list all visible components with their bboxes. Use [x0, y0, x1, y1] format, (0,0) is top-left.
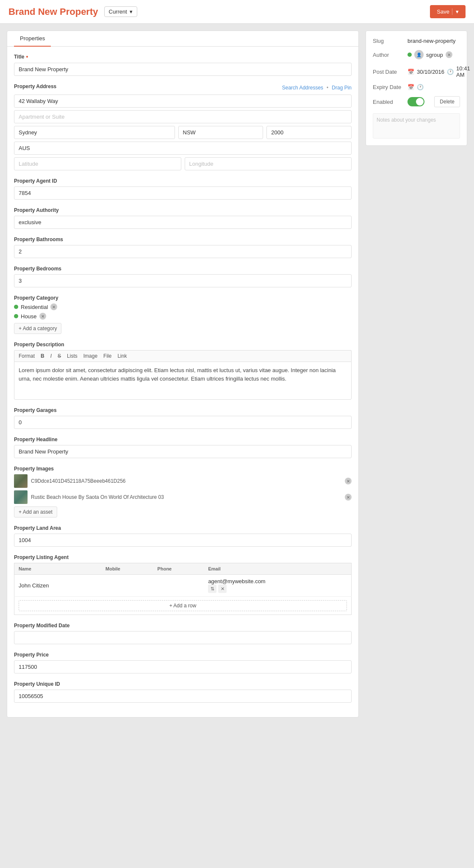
modified-date-field-group: Property Modified Date: [14, 623, 352, 644]
latitude-input[interactable]: [14, 157, 181, 170]
longitude-input[interactable]: [185, 157, 352, 170]
save-button[interactable]: Save ▾: [430, 5, 466, 18]
post-date-label: Post Date: [373, 69, 403, 75]
agent-id-input[interactable]: [14, 186, 352, 200]
asset-thumb-image: [14, 474, 28, 488]
asset-row: Rustic Beach House By Saota On World Of …: [14, 490, 352, 504]
address-state-input[interactable]: [178, 126, 263, 139]
bathrooms-label: Property Bathrooms: [14, 236, 352, 242]
agent-mobile-cell: [101, 575, 153, 597]
bedrooms-input[interactable]: [14, 274, 352, 287]
agent-email: agent@mywebsite.com: [208, 578, 265, 584]
listing-table-footer: + Add a row: [14, 597, 352, 615]
description-field-group: Property Description Format B I S Lists …: [14, 342, 352, 400]
post-date-text: 30/10/2016: [417, 69, 444, 75]
address-city-input[interactable]: [14, 126, 175, 139]
modified-date-label: Property Modified Date: [14, 623, 352, 629]
bold-button[interactable]: B: [41, 353, 44, 359]
clock-icon[interactable]: 🕐: [417, 84, 424, 90]
save-label: Save: [437, 8, 449, 15]
col-mobile: Mobile: [101, 563, 153, 575]
notes-area[interactable]: Notes about your changes: [373, 113, 460, 139]
price-field-group: Property Price: [14, 652, 352, 673]
address-latlong-row: [14, 157, 352, 170]
tab-properties-label: Properties: [20, 35, 45, 42]
address-street-input[interactable]: [14, 95, 352, 108]
lists-button[interactable]: Lists: [67, 353, 78, 359]
add-category-button[interactable]: + Add a category: [14, 323, 61, 334]
listing-table-header: Name Mobile Phone Email: [14, 563, 352, 575]
expiry-date-row: Expiry Date 📅 🕐: [373, 84, 460, 90]
asset-name: C9Ddce1401D452118A75Beeeb461D256: [31, 478, 341, 484]
image-button[interactable]: Image: [83, 353, 97, 359]
bathrooms-input[interactable]: [14, 245, 352, 258]
search-addresses-link[interactable]: Search Addresses: [282, 85, 323, 91]
move-row-button[interactable]: ⇅: [208, 584, 216, 593]
category-field-group: Property Category Residential ✕ House ✕ …: [14, 295, 352, 334]
author-name: sgroup: [426, 52, 443, 58]
description-editor[interactable]: Lorem ipsum dolor sit amet, consectetur …: [14, 362, 352, 400]
description-label: Property Description: [14, 342, 352, 348]
asset-name: Rustic Beach House By Saota On World Of …: [31, 494, 341, 500]
remove-asset-button[interactable]: ✕: [345, 494, 352, 501]
title-input[interactable]: [14, 63, 352, 76]
required-indicator: •: [26, 53, 28, 60]
category-name: Residential: [21, 304, 48, 310]
form-body: Title • Property Address Search Addresse…: [7, 47, 358, 717]
unique-id-input[interactable]: [14, 690, 352, 703]
main-layout: Properties Title • Property Address Sear…: [0, 24, 474, 724]
unique-id-label: Property Unique ID: [14, 681, 352, 687]
garages-input[interactable]: [14, 416, 352, 429]
authority-input[interactable]: [14, 216, 352, 229]
listing-agent-field-group: Property Listing Agent Name Mobile Phone…: [14, 554, 352, 615]
remove-category-button[interactable]: ✕: [39, 313, 46, 320]
tab-bar: Properties: [7, 31, 358, 47]
status-dropdown[interactable]: Current ▾: [104, 6, 137, 17]
asset-row: C9Ddce1401D452118A75Beeeb461D256 ✕: [14, 474, 352, 488]
delete-button[interactable]: Delete: [434, 96, 460, 107]
headline-input[interactable]: [14, 445, 352, 458]
format-dropdown[interactable]: Format: [19, 353, 35, 359]
save-caret-icon[interactable]: ▾: [452, 8, 459, 15]
agent-id-field-group: Property Agent ID: [14, 178, 352, 200]
bathrooms-field-group: Property Bathrooms: [14, 236, 352, 258]
add-row-cell: + Add a row: [14, 597, 352, 615]
add-row-button[interactable]: + Add a row: [19, 600, 347, 611]
drag-pin-link[interactable]: Drag Pin: [332, 85, 352, 91]
file-button[interactable]: File: [103, 353, 111, 359]
top-bar: Brand New Property Current ▾ Save ▾: [0, 0, 474, 24]
strikethrough-button[interactable]: S: [58, 353, 61, 359]
notes-placeholder: Notes about your changes: [377, 117, 436, 123]
listing-agent-table: Name Mobile Phone Email John Citizen: [14, 563, 352, 615]
land-area-input[interactable]: [14, 534, 352, 547]
add-category-label: + Add a category: [19, 326, 57, 331]
modified-date-input[interactable]: [14, 631, 352, 644]
agent-id-label: Property Agent ID: [14, 178, 352, 184]
calendar-icon[interactable]: 📅: [407, 84, 414, 90]
link-button[interactable]: Link: [117, 353, 127, 359]
bedrooms-field-group: Property Bedrooms: [14, 266, 352, 287]
address-zip-input[interactable]: [266, 126, 352, 139]
land-area-label: Property Land Area: [14, 525, 352, 531]
remove-asset-button[interactable]: ✕: [345, 478, 352, 484]
author-row: Author 👤 sgroup ✕: [373, 50, 460, 59]
remove-category-button[interactable]: ✕: [50, 303, 57, 310]
remove-author-button[interactable]: ✕: [446, 51, 452, 58]
clock-icon[interactable]: 🕐: [447, 69, 454, 75]
italic-button[interactable]: I: [50, 353, 52, 359]
price-input[interactable]: [14, 660, 352, 673]
address-country-input[interactable]: [14, 142, 352, 155]
enabled-toggle[interactable]: [407, 97, 424, 106]
address-country-row: [14, 142, 352, 155]
table-header-row: Name Mobile Phone Email: [14, 563, 352, 575]
remove-row-button[interactable]: ✕: [218, 584, 227, 593]
address-suite-input[interactable]: [14, 110, 352, 123]
add-asset-button[interactable]: + Add an asset: [14, 506, 57, 517]
images-label: Property Images: [14, 466, 352, 472]
author-status-icon: [407, 53, 412, 57]
calendar-icon[interactable]: 📅: [407, 69, 414, 75]
left-panel: Properties Title • Property Address Sear…: [7, 31, 359, 718]
asset-thumbnail: [14, 490, 28, 504]
tab-properties[interactable]: Properties: [14, 31, 51, 47]
enabled-label: Enabled: [373, 99, 403, 105]
